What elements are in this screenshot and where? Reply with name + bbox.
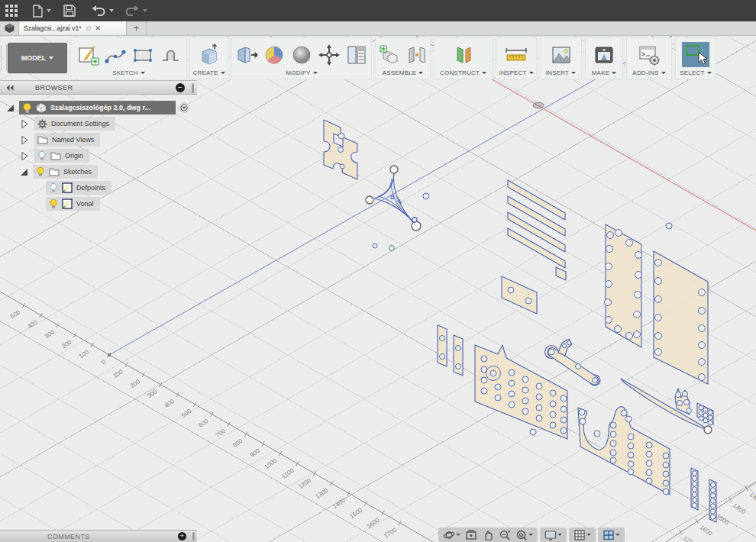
extrude-icon[interactable] [197,43,221,67]
redo-caret-icon[interactable] [143,9,147,12]
visibility-bulb-off-icon[interactable] [37,150,47,161]
make-caret-icon [612,72,616,74]
browser-row-root[interactable]: Szalagcsiszológép 2.0, dwg r... [6,101,189,115]
collapse-browser-icon[interactable]: − [176,83,185,92]
measure-icon[interactable] [503,43,529,67]
create-sketch-icon[interactable] [76,43,100,67]
collapse-arrow-icon[interactable] [21,136,28,144]
visibility-bulb-off-icon[interactable] [49,182,58,193]
browser-row-named-views[interactable]: Named Views [21,133,100,147]
group-label-inspect[interactable]: INSPECT [499,69,533,79]
joint-icon[interactable] [405,43,429,67]
app-grid-icon[interactable] [5,4,18,18]
browser-row-defpoints[interactable]: Defpoints [46,181,111,195]
zoom-button[interactable] [497,529,512,541]
display-settings-button[interactable] [543,529,564,541]
nav-group-grid [569,527,596,542]
tab-close-icon[interactable]: ✕ [95,24,102,32]
viewports-button[interactable] [601,529,622,541]
toolbar-grip[interactable] [1,45,7,71]
tree-item[interactable]: Vonal [46,197,100,211]
pan-button[interactable] [480,529,496,541]
grid-settings-button[interactable] [572,529,593,541]
group-label-modify[interactable]: MODIFY [286,69,317,79]
grid-caret-icon[interactable] [586,534,591,536]
save-icon[interactable] [63,5,76,17]
redo-button[interactable] [124,5,147,16]
browser-root-item[interactable]: Szalagcsiszológép 2.0, dwg r... [19,101,176,115]
addins-script-icon[interactable] [637,43,661,67]
file-menu-caret-icon [47,9,51,12]
make-3dprint-icon[interactable] [592,43,616,67]
group-label-create[interactable]: CREATE [192,69,225,79]
undo-caret-icon[interactable] [109,9,114,12]
browser-header[interactable]: BROWSER − [0,80,197,95]
spline-icon[interactable] [103,43,128,67]
orbit-caret-icon[interactable] [456,534,460,536]
ribbon-group-sketch: SKETCH [70,37,187,79]
group-label-assemble[interactable]: ASSEMBLE [383,69,424,79]
browser-row-sketches[interactable]: Sketches [20,165,98,179]
group-label-make[interactable]: MAKE [592,69,616,79]
group-label-select[interactable]: SELECT [680,69,711,79]
sketch-caret-icon [141,72,145,74]
activate-component-icon[interactable] [179,102,189,113]
add-comment-icon[interactable]: + [178,532,186,540]
change-parameters-icon[interactable] [344,43,369,67]
collapse-arrow-icon[interactable] [21,152,28,160]
fit-caret-icon[interactable] [528,534,533,536]
display-caret-icon[interactable] [557,534,562,536]
undo-button[interactable] [91,5,114,16]
tab-active[interactable]: Szalagcsi...ajzai v1* ✕ [18,21,127,35]
gear-icon [37,119,47,129]
rectangle-icon[interactable] [131,43,155,67]
construct-caret-icon [482,72,486,74]
tree-item[interactable]: Document Settings [34,117,115,131]
viewports-caret-icon[interactable] [615,534,620,536]
zoom-fit-button[interactable] [514,529,535,541]
tree-item[interactable]: Named Views [34,133,100,147]
new-component-icon[interactable] [377,43,402,67]
orbit-button[interactable] [441,529,462,541]
ribbon-group-inspect: INSPECT [496,37,537,79]
fusion360-window: { "titlebar": {}, "tabbar": {"tab_title"… [0,0,756,542]
tree-item[interactable]: Defpoints [46,181,111,195]
title-bar [0,0,756,21]
select-tool-icon[interactable] [681,42,710,68]
group-label-insert[interactable]: INSERT [546,69,576,79]
press-pull-icon[interactable] [234,43,259,67]
construct-plane-icon[interactable] [451,43,476,67]
tree-item[interactable]: Origin [34,149,89,163]
group-label-sketch[interactable]: SKETCH [112,69,145,79]
insert-image-icon[interactable] [549,43,573,67]
ribbon-group-create: CREATE [189,37,228,79]
visibility-bulb-icon[interactable] [49,198,58,209]
comments-scroll-handle[interactable] [192,532,195,540]
new-tab-button[interactable]: + [127,21,147,35]
browser-row-document-settings[interactable]: Document Settings [21,117,115,131]
visibility-bulb-icon[interactable] [36,166,45,177]
component-cube-icon [36,103,47,113]
browser-scroll-handle[interactable] [192,83,194,93]
browser-row-vonal[interactable]: Vonal [46,197,100,211]
sketch-icon [62,198,73,209]
inspect-caret-icon [529,72,534,74]
tree-item[interactable]: Sketches [33,165,98,179]
group-label-construct[interactable]: CONSTRUCT [440,69,486,79]
physical-material-icon[interactable] [289,43,314,67]
workspace-selector[interactable]: MODEL [8,43,67,73]
sketch-icon [62,182,73,193]
collapse-panel-icon[interactable] [6,85,14,91]
move-icon[interactable] [317,43,341,67]
expand-arrow-icon[interactable] [6,104,15,112]
file-menu-icon[interactable] [32,5,51,18]
expand-arrow-icon[interactable] [20,168,28,176]
appearance-icon[interactable] [262,43,286,67]
comments-bar[interactable]: COMMENTS + [0,530,197,542]
collapse-arrow-icon[interactable] [21,120,28,128]
visibility-bulb-icon[interactable] [22,102,32,114]
offset-icon[interactable] [158,43,183,67]
browser-row-origin[interactable]: Origin [21,149,89,163]
group-label-addins[interactable]: ADD-INS [632,69,665,79]
look-at-button[interactable] [464,529,479,541]
